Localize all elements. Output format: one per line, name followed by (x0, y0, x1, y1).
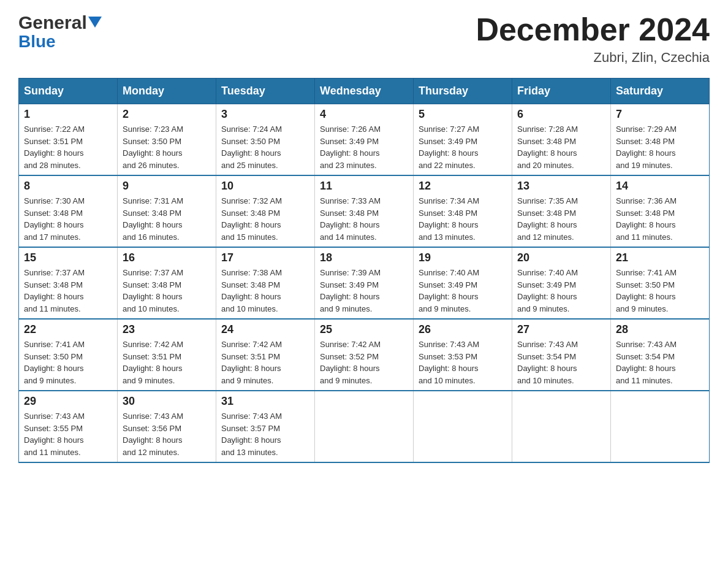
day-number: 10 (221, 180, 309, 193)
calendar-cell: 13 Sunrise: 7:35 AM Sunset: 3:48 PM Dayl… (512, 175, 611, 247)
calendar-cell: 20 Sunrise: 7:40 AM Sunset: 3:49 PM Dayl… (512, 247, 611, 319)
day-info: Sunrise: 7:29 AM Sunset: 3:48 PM Dayligh… (616, 123, 704, 171)
calendar-cell: 15 Sunrise: 7:37 AM Sunset: 3:48 PM Dayl… (19, 247, 118, 319)
calendar-cell (512, 391, 611, 462)
day-number: 19 (419, 251, 507, 264)
col-sunday: Sunday (19, 79, 118, 104)
day-number: 22 (24, 323, 112, 336)
day-number: 16 (123, 251, 211, 264)
day-number: 24 (221, 323, 309, 336)
calendar-cell: 3 Sunrise: 7:24 AM Sunset: 3:50 PM Dayli… (216, 104, 315, 176)
calendar-cell: 2 Sunrise: 7:23 AM Sunset: 3:50 PM Dayli… (118, 104, 216, 176)
day-info: Sunrise: 7:31 AM Sunset: 3:48 PM Dayligh… (123, 195, 211, 243)
day-info: Sunrise: 7:41 AM Sunset: 3:50 PM Dayligh… (616, 267, 704, 315)
day-info: Sunrise: 7:43 AM Sunset: 3:54 PM Dayligh… (616, 339, 704, 386)
day-number: 2 (123, 108, 211, 121)
day-info: Sunrise: 7:43 AM Sunset: 3:54 PM Dayligh… (517, 339, 605, 386)
calendar-week-row: 1 Sunrise: 7:22 AM Sunset: 3:51 PM Dayli… (19, 104, 710, 176)
day-number: 23 (123, 323, 211, 336)
calendar-cell: 11 Sunrise: 7:33 AM Sunset: 3:48 PM Dayl… (315, 175, 414, 247)
calendar-cell: 17 Sunrise: 7:38 AM Sunset: 3:48 PM Dayl… (216, 247, 315, 319)
day-number: 1 (24, 108, 112, 121)
day-number: 21 (616, 251, 704, 264)
calendar-cell: 24 Sunrise: 7:42 AM Sunset: 3:51 PM Dayl… (216, 319, 315, 391)
day-number: 28 (616, 323, 704, 336)
day-info: Sunrise: 7:39 AM Sunset: 3:49 PM Dayligh… (320, 267, 408, 315)
calendar-cell: 18 Sunrise: 7:39 AM Sunset: 3:49 PM Dayl… (315, 247, 414, 319)
day-number: 31 (221, 395, 309, 408)
logo-blue: Blue (18, 33, 56, 50)
day-info: Sunrise: 7:43 AM Sunset: 3:56 PM Dayligh… (123, 410, 211, 458)
calendar-cell: 8 Sunrise: 7:30 AM Sunset: 3:48 PM Dayli… (19, 175, 118, 247)
day-info: Sunrise: 7:42 AM Sunset: 3:52 PM Dayligh… (320, 339, 408, 386)
calendar-cell: 1 Sunrise: 7:22 AM Sunset: 3:51 PM Dayli… (19, 104, 118, 176)
month-title: December 2024 (476, 12, 710, 47)
calendar-cell: 23 Sunrise: 7:42 AM Sunset: 3:51 PM Dayl… (118, 319, 216, 391)
calendar-header-row: Sunday Monday Tuesday Wednesday Thursday… (19, 79, 710, 104)
calendar-cell: 9 Sunrise: 7:31 AM Sunset: 3:48 PM Dayli… (118, 175, 216, 247)
day-number: 11 (320, 180, 408, 193)
logo-general: General (18, 12, 87, 33)
day-number: 13 (517, 180, 605, 193)
day-number: 30 (123, 395, 211, 408)
calendar-cell: 7 Sunrise: 7:29 AM Sunset: 3:48 PM Dayli… (611, 104, 710, 176)
day-number: 4 (320, 108, 408, 121)
calendar-cell: 25 Sunrise: 7:42 AM Sunset: 3:52 PM Dayl… (315, 319, 414, 391)
day-info: Sunrise: 7:36 AM Sunset: 3:48 PM Dayligh… (616, 195, 704, 243)
page-header: General Blue December 2024 Zubri, Zlin, … (18, 12, 710, 66)
calendar-cell: 10 Sunrise: 7:32 AM Sunset: 3:48 PM Dayl… (216, 175, 315, 247)
col-tuesday: Tuesday (216, 79, 315, 104)
calendar-cell: 21 Sunrise: 7:41 AM Sunset: 3:50 PM Dayl… (611, 247, 710, 319)
day-info: Sunrise: 7:27 AM Sunset: 3:49 PM Dayligh… (419, 123, 507, 171)
calendar-cell: 4 Sunrise: 7:26 AM Sunset: 3:49 PM Dayli… (315, 104, 414, 176)
calendar-cell: 22 Sunrise: 7:41 AM Sunset: 3:50 PM Dayl… (19, 319, 118, 391)
calendar-week-row: 8 Sunrise: 7:30 AM Sunset: 3:48 PM Dayli… (19, 175, 710, 247)
col-saturday: Saturday (611, 79, 710, 104)
day-number: 14 (616, 180, 704, 193)
day-number: 3 (221, 108, 309, 121)
calendar-cell: 14 Sunrise: 7:36 AM Sunset: 3:48 PM Dayl… (611, 175, 710, 247)
day-info: Sunrise: 7:32 AM Sunset: 3:48 PM Dayligh… (221, 195, 309, 243)
calendar-table: Sunday Monday Tuesday Wednesday Thursday… (18, 78, 710, 463)
logo-triangle-icon (88, 17, 102, 30)
day-info: Sunrise: 7:40 AM Sunset: 3:49 PM Dayligh… (419, 267, 507, 315)
calendar-cell (414, 391, 512, 462)
day-number: 7 (616, 108, 704, 121)
day-info: Sunrise: 7:30 AM Sunset: 3:48 PM Dayligh… (24, 195, 112, 243)
calendar-week-row: 22 Sunrise: 7:41 AM Sunset: 3:50 PM Dayl… (19, 319, 710, 391)
day-number: 26 (419, 323, 507, 336)
title-area: December 2024 Zubri, Zlin, Czechia (476, 12, 710, 66)
col-wednesday: Wednesday (315, 79, 414, 104)
day-number: 9 (123, 180, 211, 193)
col-friday: Friday (512, 79, 611, 104)
day-info: Sunrise: 7:34 AM Sunset: 3:48 PM Dayligh… (419, 195, 507, 243)
day-number: 5 (419, 108, 507, 121)
day-info: Sunrise: 7:22 AM Sunset: 3:51 PM Dayligh… (24, 123, 112, 171)
calendar-cell (611, 391, 710, 462)
calendar-week-row: 29 Sunrise: 7:43 AM Sunset: 3:55 PM Dayl… (19, 391, 710, 462)
day-info: Sunrise: 7:38 AM Sunset: 3:48 PM Dayligh… (221, 267, 309, 315)
location-title: Zubri, Zlin, Czechia (476, 50, 710, 66)
calendar-cell: 5 Sunrise: 7:27 AM Sunset: 3:49 PM Dayli… (414, 104, 512, 176)
calendar-cell: 29 Sunrise: 7:43 AM Sunset: 3:55 PM Dayl… (19, 391, 118, 462)
day-info: Sunrise: 7:35 AM Sunset: 3:48 PM Dayligh… (517, 195, 605, 243)
day-info: Sunrise: 7:43 AM Sunset: 3:53 PM Dayligh… (419, 339, 507, 386)
calendar-cell: 6 Sunrise: 7:28 AM Sunset: 3:48 PM Dayli… (512, 104, 611, 176)
day-number: 27 (517, 323, 605, 336)
day-info: Sunrise: 7:41 AM Sunset: 3:50 PM Dayligh… (24, 339, 112, 386)
day-number: 12 (419, 180, 507, 193)
day-info: Sunrise: 7:40 AM Sunset: 3:49 PM Dayligh… (517, 267, 605, 315)
day-number: 15 (24, 251, 112, 264)
calendar-cell: 19 Sunrise: 7:40 AM Sunset: 3:49 PM Dayl… (414, 247, 512, 319)
svg-marker-0 (88, 17, 102, 28)
day-info: Sunrise: 7:43 AM Sunset: 3:57 PM Dayligh… (221, 410, 309, 458)
col-monday: Monday (118, 79, 216, 104)
day-info: Sunrise: 7:42 AM Sunset: 3:51 PM Dayligh… (221, 339, 309, 386)
day-number: 25 (320, 323, 408, 336)
calendar-cell: 30 Sunrise: 7:43 AM Sunset: 3:56 PM Dayl… (118, 391, 216, 462)
calendar-cell: 28 Sunrise: 7:43 AM Sunset: 3:54 PM Dayl… (611, 319, 710, 391)
calendar-cell (315, 391, 414, 462)
col-thursday: Thursday (414, 79, 512, 104)
day-number: 20 (517, 251, 605, 264)
day-info: Sunrise: 7:37 AM Sunset: 3:48 PM Dayligh… (123, 267, 211, 315)
